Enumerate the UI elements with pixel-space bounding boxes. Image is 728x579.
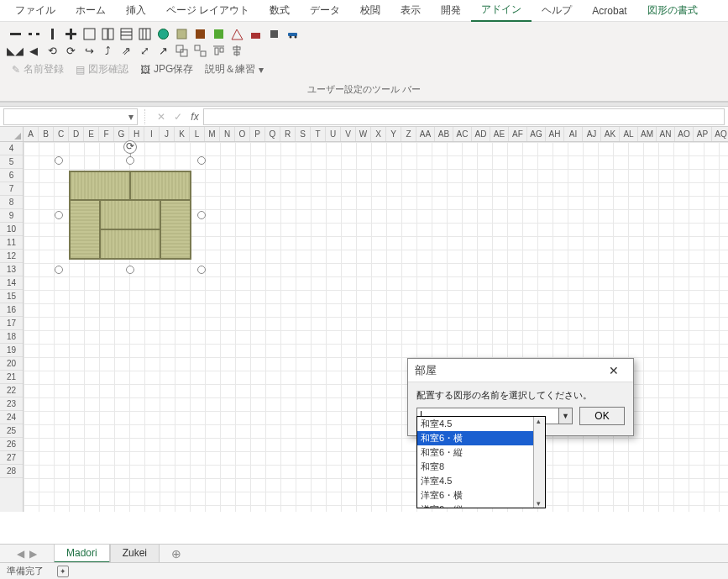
row-header[interactable]: 14 bbox=[0, 276, 23, 290]
dropdown-option[interactable]: 和室4.5 bbox=[417, 417, 545, 431]
column-header[interactable]: U bbox=[326, 127, 341, 141]
column-header[interactable]: AM bbox=[638, 127, 657, 141]
column-header[interactable]: B bbox=[39, 127, 54, 141]
dropdown-option[interactable]: 和室6・縦 bbox=[417, 445, 545, 460]
column-header[interactable]: AH bbox=[546, 127, 564, 141]
menu-item[interactable]: データ bbox=[300, 0, 350, 21]
rotate-icon[interactable]: ⟲ bbox=[45, 44, 59, 57]
tool-icon[interactable]: ⇗ bbox=[119, 44, 133, 57]
row-header[interactable]: 28 bbox=[0, 465, 23, 478]
tool-icon[interactable] bbox=[64, 27, 77, 40]
row-header[interactable]: 18 bbox=[0, 330, 23, 344]
column-header[interactable]: Q bbox=[265, 127, 280, 141]
ungroup-icon[interactable] bbox=[193, 44, 207, 57]
fx-icon[interactable]: fx bbox=[186, 111, 203, 123]
tool-icon[interactable] bbox=[249, 27, 262, 40]
sheet-tab[interactable]: Madori bbox=[54, 544, 110, 563]
dropdown-option[interactable]: 洋室6・縦 bbox=[417, 503, 545, 508]
spreadsheet-grid[interactable]: ABCDEFGHIJKLMNOPQRSTUVWXYZAAABACADAEAFAG… bbox=[0, 127, 728, 512]
column-header[interactable]: R bbox=[280, 127, 296, 141]
rotate-handle[interactable] bbox=[123, 140, 137, 154]
column-header[interactable]: S bbox=[296, 127, 311, 141]
scrollbar[interactable] bbox=[533, 417, 545, 508]
tool-icon[interactable] bbox=[119, 27, 133, 40]
select-all-corner[interactable] bbox=[0, 127, 24, 142]
row-header[interactable]: 19 bbox=[0, 344, 23, 357]
column-header[interactable]: C bbox=[54, 127, 69, 141]
column-header[interactable]: H bbox=[129, 127, 144, 141]
chevron-down-icon[interactable]: ▼ bbox=[558, 408, 572, 424]
tool-icon[interactable] bbox=[8, 27, 22, 40]
row-header[interactable]: 5 bbox=[0, 155, 23, 169]
dropdown-option[interactable]: 洋室4.5 bbox=[417, 474, 545, 488]
name-box[interactable]: ▾ bbox=[3, 108, 138, 125]
column-header[interactable]: AQ bbox=[712, 127, 728, 141]
next-icon[interactable]: ▶ bbox=[29, 548, 37, 560]
column-header[interactable]: AE bbox=[490, 127, 509, 141]
column-header[interactable]: AN bbox=[657, 127, 675, 141]
tool-icon[interactable] bbox=[193, 27, 207, 40]
column-header[interactable]: J bbox=[160, 127, 175, 141]
menu-item[interactable]: 開発 bbox=[431, 0, 471, 21]
resize-handle[interactable] bbox=[55, 211, 63, 219]
column-header[interactable]: V bbox=[341, 127, 356, 141]
menu-item[interactable]: ファイル bbox=[5, 0, 65, 21]
tab-nav[interactable]: ◀▶ bbox=[17, 548, 37, 560]
column-header[interactable]: Y bbox=[386, 127, 401, 141]
car-icon[interactable] bbox=[285, 27, 299, 40]
column-header[interactable]: AJ bbox=[583, 127, 601, 141]
tool-icon[interactable] bbox=[267, 27, 280, 40]
shape-check-button[interactable]: ▤ 図形確認 bbox=[72, 61, 132, 78]
column-header[interactable]: D bbox=[69, 127, 84, 141]
column-header[interactable]: Z bbox=[401, 127, 416, 141]
column-header[interactable]: M bbox=[205, 127, 220, 141]
row-header[interactable]: 6 bbox=[0, 169, 23, 182]
column-header[interactable]: O bbox=[235, 127, 250, 141]
tool-icon[interactable] bbox=[175, 27, 188, 40]
combobox-dropdown[interactable]: 和室4.5和室6・横和室6・縦和室8洋室4.5洋室6・横洋室6・縦洋室8 bbox=[416, 416, 546, 508]
column-header[interactable]: W bbox=[356, 127, 371, 141]
flip-h-icon[interactable]: ◣◢ bbox=[8, 44, 22, 57]
align-icon[interactable] bbox=[230, 44, 244, 57]
row-header[interactable]: 13 bbox=[0, 263, 23, 276]
tool-icon[interactable] bbox=[138, 27, 151, 40]
tool-icon[interactable] bbox=[45, 27, 59, 40]
dropdown-option[interactable]: 和室8 bbox=[417, 460, 545, 474]
tool-icon[interactable] bbox=[230, 27, 244, 40]
column-header[interactable]: AF bbox=[509, 127, 527, 141]
resize-handle[interactable] bbox=[197, 266, 206, 274]
menu-item[interactable]: 表示 bbox=[390, 0, 431, 21]
menu-item[interactable]: ページ レイアウト bbox=[156, 0, 259, 21]
dropdown-option[interactable]: 洋室6・横 bbox=[417, 488, 545, 503]
row-header[interactable]: 16 bbox=[0, 303, 23, 317]
tool-icon[interactable] bbox=[101, 27, 114, 40]
formula-input[interactable] bbox=[203, 108, 725, 125]
column-header[interactable]: G bbox=[114, 127, 129, 141]
tool-icon[interactable] bbox=[156, 27, 170, 40]
column-header[interactable]: X bbox=[371, 127, 386, 141]
close-icon[interactable]: ✕ bbox=[601, 364, 626, 377]
tool-icon[interactable] bbox=[82, 27, 96, 40]
menu-item[interactable]: ヘルプ bbox=[532, 0, 582, 21]
row-header[interactable]: 27 bbox=[0, 451, 23, 465]
selected-shape[interactable] bbox=[59, 161, 202, 270]
column-header[interactable]: K bbox=[175, 127, 190, 141]
align-icon[interactable] bbox=[212, 44, 225, 57]
tool-icon[interactable] bbox=[212, 27, 225, 40]
column-header[interactable]: AB bbox=[435, 127, 453, 141]
column-header[interactable]: AK bbox=[601, 127, 620, 141]
row-headers[interactable]: 4567891011121314151617181920212223242526… bbox=[0, 142, 24, 512]
row-header[interactable]: 7 bbox=[0, 182, 23, 196]
name-register-button[interactable]: ✎ 名前登録 bbox=[8, 61, 67, 78]
sheet-tab[interactable]: Zukei bbox=[110, 544, 160, 563]
row-header[interactable]: 11 bbox=[0, 236, 23, 250]
resize-handle[interactable] bbox=[197, 156, 206, 165]
column-header[interactable]: A bbox=[24, 127, 39, 141]
flip-v-icon[interactable]: ◀ bbox=[27, 44, 40, 57]
add-sheet-button[interactable]: ⊕ bbox=[160, 545, 193, 563]
resize-handle[interactable] bbox=[197, 211, 206, 219]
accessibility-icon[interactable]: ✦ bbox=[57, 566, 69, 577]
row-header[interactable]: 21 bbox=[0, 371, 23, 384]
desc-practice-button[interactable]: 説明＆練習 ▾ bbox=[202, 61, 267, 78]
rotate-icon[interactable]: ⟳ bbox=[64, 44, 77, 57]
